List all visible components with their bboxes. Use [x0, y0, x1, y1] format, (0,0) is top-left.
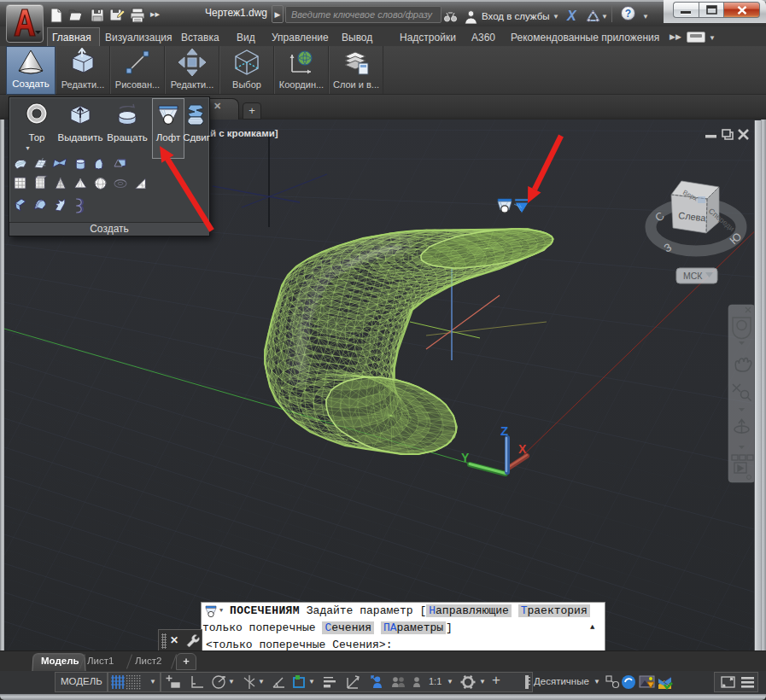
svg-text:Z: Z: [500, 423, 508, 438]
svg-text:Y: Y: [461, 451, 470, 464]
svg-text:X: X: [518, 442, 527, 456]
svg-text:МСК: МСК: [683, 271, 703, 281]
